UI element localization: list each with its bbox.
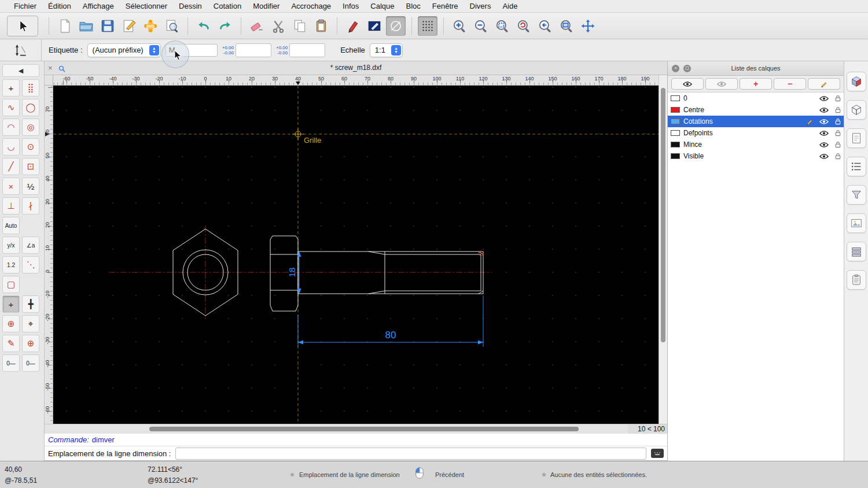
- layer-row-mince[interactable]: Mince: [668, 139, 844, 150]
- snap-sequence-button[interactable]: 1.2: [2, 256, 20, 273]
- relative-zero-snap-button[interactable]: ⊕: [2, 315, 20, 332]
- menu-cotation[interactable]: Cotation: [208, 2, 247, 10]
- redo-button[interactable]: [215, 16, 235, 36]
- restrict-perpendicular-button[interactable]: ⊥: [2, 197, 20, 215]
- dock-filter-button[interactable]: [847, 185, 866, 205]
- circle-tool-button[interactable]: [386, 16, 406, 36]
- layer-row-cotations[interactable]: Cotations: [668, 116, 844, 127]
- menu-bloc[interactable]: Bloc: [400, 2, 426, 10]
- remove-layer-button[interactable]: −: [774, 78, 806, 90]
- tolerance-lower-input[interactable]: [289, 43, 325, 57]
- snap-auto-button[interactable]: Auto: [2, 217, 20, 234]
- snap-intersection-button[interactable]: ×: [2, 178, 20, 195]
- menu-fichier[interactable]: Fichier: [8, 2, 42, 10]
- snap-dots-button[interactable]: ⋱: [22, 256, 39, 273]
- prefix-dropdown[interactable]: (Aucun préfixe) ▲▼: [87, 43, 161, 57]
- snap-tangent-button[interactable]: ◡: [2, 138, 20, 156]
- layer-lock-icon[interactable]: [835, 106, 841, 113]
- snap-on-entity-button[interactable]: ◯: [22, 99, 39, 116]
- restrict-off-button[interactable]: ∤: [22, 197, 39, 215]
- layer-row-0[interactable]: 0: [668, 93, 844, 104]
- coordinate-cartesian-button[interactable]: y/x: [2, 236, 20, 254]
- relative-zero-marker-button[interactable]: ⊕: [22, 335, 39, 352]
- drawing-canvas[interactable]: Grille: [53, 86, 659, 424]
- menu-infos[interactable]: Infos: [337, 2, 365, 10]
- grid-toggle-button[interactable]: [418, 16, 437, 36]
- dock-list-button[interactable]: [847, 157, 866, 176]
- layer-lock-icon[interactable]: [835, 118, 841, 125]
- collapse-panel-button[interactable]: ◀: [2, 64, 39, 77]
- dock-clipboard-button[interactable]: [847, 270, 866, 290]
- layer-visibility-icon[interactable]: [819, 142, 829, 148]
- hide-other-layers-button[interactable]: [705, 78, 738, 90]
- menu-modifier[interactable]: Modifier: [247, 2, 285, 10]
- menu-divers[interactable]: Divers: [464, 2, 497, 10]
- layer-visibility-icon[interactable]: [819, 119, 829, 125]
- dock-views-button[interactable]: [847, 128, 866, 148]
- lock-relative-zero-button[interactable]: 0—: [2, 354, 20, 372]
- zoom-refresh-button[interactable]: [514, 16, 534, 36]
- zoom-pan-button[interactable]: [578, 16, 598, 36]
- menu-calque[interactable]: Calque: [365, 2, 400, 10]
- cut-button[interactable]: [269, 16, 288, 36]
- add-layer-button[interactable]: +: [740, 78, 772, 90]
- menu-affichage[interactable]: Affichage: [77, 2, 120, 10]
- snap-distance-manual-button[interactable]: ½: [22, 178, 39, 195]
- menu-s-lectionner[interactable]: Sélectionner: [120, 2, 173, 10]
- layer-visibility-icon[interactable]: [819, 153, 829, 160]
- draw-selection-button[interactable]: [365, 16, 384, 36]
- snap-endpoints-button[interactable]: ∿: [2, 99, 20, 116]
- hatch-tool-button[interactable]: ✎: [2, 335, 20, 352]
- menu-aide[interactable]: Aide: [496, 2, 523, 10]
- dock-rows-button[interactable]: [847, 242, 866, 261]
- zoom-auto-button[interactable]: [492, 16, 512, 36]
- vertical-scrollbar[interactable]: [659, 75, 667, 424]
- delete-tool-button[interactable]: [247, 16, 267, 36]
- layer-row-visible[interactable]: Visible: [668, 150, 844, 162]
- snap-perpendicular-button[interactable]: ◠: [2, 119, 20, 136]
- paste-button[interactable]: [311, 16, 331, 36]
- zoom-window-button[interactable]: [557, 16, 576, 36]
- snap-middle-button[interactable]: ╱: [2, 158, 20, 175]
- coordinate-polar-button[interactable]: ∠a: [22, 236, 39, 254]
- keyboard-toggle-button[interactable]: [651, 449, 664, 458]
- layer-lock-icon[interactable]: [835, 153, 841, 160]
- snap-free-button[interactable]: +: [2, 79, 20, 97]
- undo-button[interactable]: [194, 16, 214, 36]
- detach-panel-icon[interactable]: ◻: [683, 65, 691, 72]
- vertical-scrollbar-thumb[interactable]: [661, 88, 665, 342]
- menu-fen-tre[interactable]: Fenêtre: [426, 2, 464, 10]
- grid-snap-button[interactable]: +: [2, 295, 20, 313]
- tolerance-upper-input[interactable]: [236, 43, 271, 57]
- layer-lock-icon[interactable]: [835, 130, 841, 136]
- cross-snap-button[interactable]: ╋: [22, 295, 39, 313]
- dock-3d-view-button[interactable]: [847, 72, 866, 91]
- layer-lock-icon[interactable]: [835, 141, 841, 148]
- layer-row-defpoints[interactable]: Defpoints: [668, 127, 844, 139]
- selection-rectangle-button[interactable]: ▢: [2, 276, 20, 293]
- svg-export-button[interactable]: SVG: [141, 16, 160, 36]
- new-file-button[interactable]: [55, 16, 75, 36]
- scale-dropdown[interactable]: 1:1 ▲▼: [370, 43, 403, 57]
- layer-row-centre[interactable]: Centre: [668, 104, 844, 116]
- zoom-out-button[interactable]: [471, 16, 491, 36]
- axis-snap-button[interactable]: ⌖: [22, 315, 39, 332]
- edit-drawing-button[interactable]: [119, 16, 139, 36]
- snap-reference-button[interactable]: ⊙: [22, 138, 39, 156]
- layer-visibility-icon[interactable]: [819, 130, 829, 136]
- menu-dessin[interactable]: Dessin: [173, 2, 208, 10]
- edit-layer-icon[interactable]: [806, 118, 813, 125]
- cursor-tool-button[interactable]: [7, 16, 38, 36]
- snap-distance-button[interactable]: ⊡: [22, 158, 39, 175]
- print-preview-button[interactable]: [162, 16, 182, 36]
- show-all-layers-button[interactable]: [671, 78, 704, 90]
- edit-layer-button[interactable]: [808, 78, 840, 90]
- layer-lock-icon[interactable]: [835, 95, 841, 102]
- horizontal-scrollbar[interactable]: [45, 424, 628, 434]
- save-file-button[interactable]: [98, 16, 117, 36]
- edit-attributes-button[interactable]: [343, 16, 363, 36]
- snap-center-button[interactable]: ◎: [22, 119, 39, 136]
- menu--dition[interactable]: Édition: [42, 2, 77, 10]
- close-panel-icon[interactable]: ×: [672, 65, 679, 72]
- dock-library-button[interactable]: [847, 213, 866, 233]
